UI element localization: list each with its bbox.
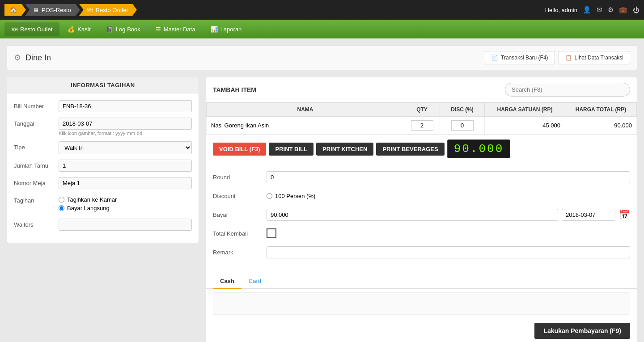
jumlah-tamu-label: Jumlah Tamu — [14, 160, 59, 169]
item-nama: Nasi Goreng Ikan Asin — [207, 117, 404, 135]
tambah-title: TAMBAH ITEM — [213, 86, 256, 93]
radio-kamar-input[interactable] — [59, 197, 64, 203]
tambah-header: TAMBAH ITEM — [206, 77, 637, 102]
item-qty-input[interactable] — [411, 120, 433, 131]
item-harga-total: 90.000 — [565, 117, 637, 135]
item-disc — [440, 117, 485, 135]
waiters-label: Waiters — [14, 219, 59, 228]
round-input[interactable] — [267, 171, 630, 183]
jumlah-tamu-input[interactable] — [59, 160, 192, 172]
nav-icon-kasir: 💰 — [68, 26, 75, 33]
power-icon[interactable]: ⏻ — [633, 6, 640, 14]
print-beverages-button[interactable]: PRINT BEVERAGES — [376, 143, 444, 156]
bill-number-row: Bill Number — [14, 100, 192, 112]
tipe-label: Tipe — [14, 141, 59, 151]
info-tagihan-panel: INFORMASI TAGIHAN Bill Number Tanggal — [7, 77, 199, 243]
table-row: Nasi Goreng Ikan Asin 45.000 90.000 — [207, 117, 637, 135]
tipe-select[interactable]: Walk In Delivery Take Away — [59, 141, 192, 154]
calendar-icon[interactable]: 📅 — [619, 209, 630, 220]
bayar-label: Bayar — [213, 211, 267, 218]
briefcase-icon[interactable]: 💼 — [619, 6, 627, 14]
breadcrumb-pos-label: POS-Resto — [42, 7, 71, 13]
radio-bayar-langsung: Bayar Langsung — [59, 205, 192, 211]
discount-checkbox-row: 100 Persen (%) — [267, 193, 630, 199]
void-bill-button[interactable]: VOID BILL (F3) — [213, 143, 266, 156]
lakukan-pembayaran-button[interactable]: Lakukan Pembayaran (F9) — [534, 323, 630, 339]
user-icon[interactable]: 👤 — [583, 6, 591, 14]
new-transaction-label: Transaksi Baru (F4) — [501, 55, 548, 61]
col-disc: DISC (%) — [440, 103, 485, 117]
waiters-input[interactable] — [59, 219, 192, 231]
tipe-wrap: Walk In Delivery Take Away — [59, 141, 192, 154]
nav-item-kasir[interactable]: 💰 Kasir — [60, 22, 98, 36]
nav-label-logbook: Log Book — [116, 26, 140, 33]
radio-tagihkan-kamar: Tagihkan ke Kamar — [59, 196, 192, 203]
right-panel: TAMBAH ITEM NAMA QTY DISC (%) HARGA SATU… — [206, 77, 637, 342]
nav-item-resto-outlet[interactable]: 🍽 Resto Outlet — [4, 22, 59, 36]
item-table: NAMA QTY DISC (%) HARGA SATUAN (RP) HARG… — [206, 102, 637, 135]
bill-number-wrap — [59, 100, 192, 112]
nomor-meja-input[interactable] — [59, 177, 192, 189]
radio-kamar-label: Tagihkan ke Kamar — [67, 196, 117, 203]
settings-icon[interactable]: ⚙ — [608, 6, 614, 14]
nav-icon-masterdata: ☰ — [156, 26, 161, 33]
payment-tabs: Cash Card — [206, 274, 637, 289]
radio-bayar-input[interactable] — [59, 205, 64, 211]
nav-item-laporan[interactable]: 📊 Laporan — [203, 22, 249, 36]
remark-input[interactable] — [267, 246, 630, 258]
bill-number-label: Bill Number — [14, 100, 59, 110]
search-input[interactable] — [505, 83, 630, 97]
pay-button-row: Lakukan Pembayaran (F9) — [206, 318, 637, 342]
tanggal-wrap: Klik icon gambar, format : yyyy-mm-dd — [59, 118, 192, 136]
round-row: Round — [213, 170, 630, 184]
nav-item-logbook[interactable]: 📓 Log Book — [99, 22, 148, 36]
total-kembali-value — [267, 228, 630, 238]
breadcrumb-pos[interactable]: 🖥 POS-Resto — [25, 4, 80, 16]
discount-row: Discount 100 Persen (%) — [213, 189, 630, 203]
page-gear-icon[interactable]: ⚙ — [14, 53, 21, 63]
pos-icon: 🖥 — [33, 7, 39, 13]
breadcrumb-container: 🏠 🖥 POS-Resto 🍽 Resto Outlet — [4, 4, 137, 16]
view-transaction-button[interactable]: 📋 Lihat Data Transaksi — [559, 51, 630, 64]
breadcrumb-outlet[interactable]: 🍽 Resto Outlet — [79, 4, 137, 16]
tab-cash[interactable]: Cash — [213, 274, 242, 289]
nav-icon-laporan: 📊 — [211, 26, 218, 33]
tanggal-input[interactable] — [59, 118, 192, 130]
bayar-row: Bayar 📅 — [213, 207, 630, 222]
total-kembali-label: Total Kembali — [213, 230, 267, 237]
nav-label-laporan: Laporan — [220, 26, 242, 33]
total-lcd-display: 90.000 — [447, 139, 511, 158]
nav-label-kasir: Kasir — [77, 26, 91, 33]
discount-radio[interactable] — [267, 193, 272, 199]
main-content: ⚙ Dine In 📄 Transaksi Baru (F4) 📋 Lihat … — [0, 38, 644, 342]
tab-card[interactable]: Card — [242, 274, 268, 289]
nav-item-masterdata[interactable]: ☰ Master Data — [148, 22, 203, 36]
bayar-date-input[interactable] — [562, 209, 615, 221]
print-kitchen-button[interactable]: PRINT KITCHEN — [316, 143, 373, 156]
remark-label: Remark — [213, 249, 267, 256]
view-transaction-label: Lihat Data Transaksi — [575, 55, 623, 61]
breadcrumb-outlet-label: Resto Outlet — [96, 7, 128, 13]
jumlah-tamu-row: Jumlah Tamu — [14, 160, 192, 172]
nomor-meja-label: Nomor Meja — [14, 177, 59, 186]
tambah-item-panel: TAMBAH ITEM NAMA QTY DISC (%) HARGA SATU… — [206, 77, 637, 342]
bill-number-input[interactable] — [59, 100, 192, 112]
waiters-row: Waiters — [14, 219, 192, 231]
top-navbar: 🏠 🖥 POS-Resto 🍽 Resto Outlet Hello, admi… — [0, 0, 644, 20]
info-tagihan-body: Bill Number Tanggal Klik icon gambar, fo… — [7, 93, 199, 243]
discount-label: Discount — [213, 193, 267, 199]
item-qty — [404, 117, 440, 135]
greeting-text: Hello, admin — [545, 7, 577, 13]
breadcrumb-home[interactable]: 🏠 — [4, 4, 26, 16]
new-transaction-button[interactable]: 📄 Transaksi Baru (F4) — [485, 51, 555, 64]
item-table-body: Nasi Goreng Ikan Asin 45.000 90.000 — [207, 117, 637, 135]
print-bill-button[interactable]: PRINT BILL — [269, 143, 314, 156]
bayar-input[interactable] — [267, 209, 558, 221]
mail-icon[interactable]: ✉ — [597, 6, 602, 14]
discount-value: 100 Persen (%) — [267, 193, 630, 199]
new-transaction-icon: 📄 — [491, 55, 498, 61]
item-disc-input[interactable] — [451, 120, 474, 131]
payment-form: Round Discount 100 Persen (%) — [206, 163, 637, 270]
top-nav-right: Hello, admin 👤 ✉ ⚙ 💼 ⏻ — [545, 6, 640, 14]
col-harga-total: HARGA TOTAL (RP) — [565, 103, 637, 117]
